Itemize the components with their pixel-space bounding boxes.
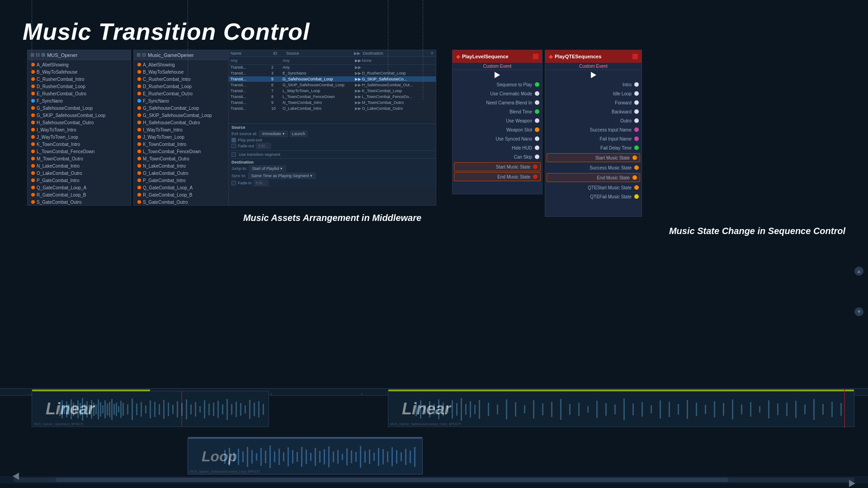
launch-btn[interactable]: Launch — [290, 131, 308, 137]
use-weapon-dot[interactable] — [535, 118, 539, 123]
mw-close[interactable]: ✕ — [430, 51, 434, 56]
list-item[interactable]: M_TownCombat_Outro — [134, 155, 237, 162]
list-item[interactable]: M_TownCombat_Outro — [28, 155, 131, 162]
success-input-dot[interactable] — [634, 127, 639, 132]
table-row-selected[interactable]: Transit... 5 G_SafehouseCombat_Loop ▶▶ G… — [229, 76, 436, 82]
play-level-sequence-panel: ◆ PlayLevelSequence Custom Event Sequenc… — [452, 50, 542, 194]
list-item[interactable]: P_GateCombat_Intro — [28, 177, 131, 184]
nav-arrow-down[interactable]: ▼ — [854, 307, 863, 316]
list-item[interactable]: O_LakeCombat_Outro — [28, 169, 131, 177]
list-item[interactable]: C_RusherCombat_Intro — [28, 75, 131, 83]
start-music-state-dot-level[interactable] — [533, 164, 538, 169]
forward-dot[interactable] — [634, 100, 639, 105]
table-row[interactable]: Transit... 3 E_SyncNano ▶▶ D_RusherComba… — [229, 70, 436, 76]
idle-loop-dot[interactable] — [634, 91, 639, 96]
fail-delay-dot[interactable] — [634, 145, 639, 150]
blend-time-label: Blend Time — [455, 109, 532, 114]
list-item[interactable]: L_TownCombat_FenceDown — [134, 148, 237, 155]
nav-arrow-up[interactable]: ▲ — [854, 267, 863, 276]
end-music-state-dot-level[interactable] — [533, 174, 538, 179]
table-row[interactable]: Transit... 9 N_TownCombat_Intro ▶▶ M_Tow… — [229, 100, 436, 106]
start-music-state-row-level[interactable]: Start Music State — [454, 162, 541, 171]
need-camera-dot[interactable] — [535, 100, 539, 105]
weapon-slot-dot[interactable] — [535, 127, 539, 132]
end-music-state-row-level[interactable]: End Music State — [454, 172, 541, 181]
list-item[interactable]: J_WayToTown_Loop — [134, 133, 237, 141]
list-item[interactable]: I_WayToTown_Intro — [28, 126, 131, 133]
sequence-to-play-dot[interactable] — [535, 82, 539, 87]
scrollbar-track[interactable] — [14, 478, 854, 482]
indicator-icon — [137, 121, 141, 124]
list-item[interactable]: G_SafehouseCombat_Loop — [134, 104, 237, 112]
table-row[interactable]: Transit... 8 L_TownCombat_FenceDown ▶▶ L… — [229, 94, 436, 100]
table-row[interactable]: Transit... 6 G_SKIP_SafehouseCombat_Loop… — [229, 82, 436, 88]
fade-out-edit[interactable]: Edit... — [256, 143, 271, 149]
list-item[interactable]: S_GateCombat_Outro — [28, 198, 131, 206]
fail-input-dot[interactable] — [634, 136, 639, 141]
list-item[interactable]: H_SafehouseCombat_Outro — [28, 119, 131, 126]
success-music-dot[interactable] — [634, 165, 639, 170]
fade-out-checkbox[interactable] — [231, 144, 236, 148]
can-skip-dot[interactable] — [535, 155, 539, 159]
list-item[interactable]: D_RusherCombat_Loop — [28, 83, 131, 90]
qte-fail-music-dot[interactable] — [634, 194, 639, 199]
list-item[interactable]: Q_GateCombat_Loop_A — [134, 184, 237, 191]
fade-in-edit[interactable]: Edit... — [254, 180, 269, 186]
use-cinematic-dot[interactable] — [535, 91, 539, 96]
end-music-state-dot-qte[interactable] — [632, 175, 637, 180]
list-item[interactable]: Q_GateCombat_Loop_A — [28, 184, 131, 191]
list-item[interactable]: D_RusherCombat_Loop — [134, 83, 237, 90]
list-item[interactable]: K_TownCombat_Intro — [134, 141, 237, 148]
fade-in-checkbox[interactable] — [231, 181, 236, 185]
sync-to-dropdown[interactable]: Same Time as Playing Segment ▾ — [248, 173, 316, 179]
list-item[interactable]: E_RusherCombat_Outro — [28, 90, 131, 97]
list-item[interactable]: N_LakeCombat_Intro — [134, 162, 237, 169]
list-item[interactable]: I_WayToTown_Intro — [134, 126, 237, 133]
use-transition-checkbox[interactable] — [231, 152, 236, 157]
start-music-state-row-qte[interactable]: Start Music State — [547, 153, 640, 162]
list-item[interactable]: R_GateCombat_Loop_B — [28, 191, 131, 198]
list-item[interactable]: A_AbelShowing — [28, 61, 131, 68]
list-item[interactable]: O_LakeCombat_Outro — [134, 169, 237, 177]
list-item[interactable]: G_SKIP_SafehouseCombat_Loop — [134, 112, 237, 119]
play-qte-close-button[interactable] — [632, 54, 638, 59]
play-post-exit-checkbox[interactable] — [231, 138, 236, 142]
list-item[interactable]: K_TownCombat_Intro — [28, 141, 131, 148]
qte-start-music-dot[interactable] — [634, 185, 639, 190]
item-label: G_SafehouseCombat_Loop — [37, 106, 93, 111]
list-item[interactable]: F_SyncNano — [134, 97, 237, 104]
list-item[interactable]: L_TownCombat_FenceDown — [28, 148, 131, 155]
list-item[interactable]: S_GateCombat_Outro — [134, 198, 237, 206]
blend-time-dot[interactable] — [535, 109, 539, 114]
list-item[interactable]: E_RusherCombat_Outro — [134, 90, 237, 97]
hide-hud-dot[interactable] — [535, 145, 539, 150]
list-item[interactable]: G_SafehouseCombat_Loop — [28, 104, 131, 112]
list-item[interactable]: F_SyncNano — [28, 97, 131, 104]
backward-dot[interactable] — [634, 109, 639, 114]
play-qte-play-btn[interactable] — [545, 70, 642, 80]
close-button[interactable] — [533, 54, 538, 59]
svg-rect-71 — [254, 403, 255, 416]
exit-source-dropdown[interactable]: Immediate ▾ — [259, 131, 288, 137]
table-row[interactable]: Transit... 10 O_LakeCombat_Intro ▶▶ O_La… — [229, 106, 436, 112]
list-item[interactable]: N_LakeCombat_Intro — [28, 162, 131, 169]
table-row[interactable]: Transit... 7 L_WayToTown_Loop ▶▶ K_TownC… — [229, 88, 436, 94]
list-item[interactable]: B_WayToSafehouse — [134, 68, 237, 75]
list-item[interactable]: H_SafehouseCombat_Outro — [134, 119, 237, 126]
end-music-state-row-qte[interactable]: End Music State — [547, 173, 640, 182]
start-music-state-dot-qte[interactable] — [632, 155, 637, 160]
use-synced-dot[interactable] — [535, 136, 539, 141]
intro-dot[interactable] — [634, 82, 639, 87]
list-item[interactable]: A_AbelShowing — [134, 61, 237, 68]
list-item[interactable]: J_WayToTown_Loop — [28, 133, 131, 141]
outro-dot[interactable] — [634, 118, 639, 123]
scrollbar-thumb[interactable] — [56, 478, 728, 482]
jump-to-dropdown[interactable]: Start of Playlist ▾ — [249, 165, 286, 172]
list-item[interactable]: C_RusherCombat_Intro — [134, 75, 237, 83]
play-level-play-btn[interactable] — [453, 70, 542, 80]
list-item[interactable]: B_WayToSafehouse — [28, 68, 131, 75]
list-item[interactable]: R_GateCombat_Loop_B — [134, 191, 237, 198]
list-item[interactable]: P_GateCombat_Intro — [134, 177, 237, 184]
list-item[interactable]: G_SKIP_SafehouseCombat_Loop — [28, 112, 131, 119]
table-row[interactable]: Transit... 2 Any ▶▶ — [229, 65, 436, 70]
